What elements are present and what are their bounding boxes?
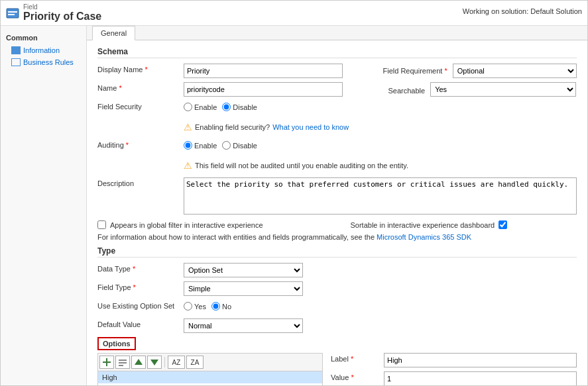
description-row: Description Select the priority so that … [97,177,577,217]
default-value-select[interactable]: Normal High Low Critical [184,318,303,333]
name-left [184,82,378,97]
svg-marker-8 [135,359,143,365]
field-security-enable-label[interactable]: Enable [184,103,217,111]
options-edit-btn[interactable] [115,356,130,369]
information-icon [11,46,21,54]
use-existing-yes-radio[interactable] [184,302,192,311]
description-textarea[interactable]: Select the priority so that preferred cu… [184,177,577,215]
auditing-radio-group: Enable Disable [184,139,577,150]
appears-in-global-text: Appears in global filter in interactive … [110,221,263,229]
sdk-link[interactable]: Microsoft Dynamics 365 SDK [377,233,471,241]
sortable-checkbox[interactable] [499,220,507,229]
global-filter-row: Appears in global filter in interactive … [97,220,577,229]
auditing-row: Auditing Enable Disable [97,139,577,154]
searchable-right: Searchable Yes [383,82,577,97]
options-section: Options [97,337,577,385]
field-type-control: Simple [184,281,577,296]
searchable-select[interactable]: Yes [430,82,576,97]
display-name-left [184,64,378,78]
display-name-row: Display Name Field Requirement Optional [97,64,577,78]
field-svg [6,7,19,20]
global-left: Appears in global filter in interactive … [97,220,324,229]
sidebar-information-label: Information [23,46,60,54]
use-existing-no-label[interactable]: No [211,302,231,311]
default-value-row: Default Value Normal High Low Critical [97,318,577,333]
field-security-enable-text: Enable [194,103,217,111]
use-existing-control: Yes No [184,300,577,311]
field-security-link[interactable]: What you need to know [272,123,349,131]
header-titles: Field Priority of Case [23,3,101,23]
bottom-info-text: For information about how to interact wi… [97,233,375,241]
field-security-info-msg: ⚠ Enabling field security? What you need… [184,122,577,132]
auditing-control: Enable Disable [184,139,577,150]
data-type-label: Data Type [97,263,184,273]
field-requirement-right: Field Requirement Optional [383,64,577,78]
sidebar-business-rules-label: Business Rules [23,58,74,66]
field-security-disable-text: Disable [233,103,257,111]
field-security-disable-radio[interactable] [222,103,231,111]
field-type-select[interactable]: Simple [184,281,303,296]
display-name-input[interactable] [184,64,343,78]
options-panel: AZ ZA High Normal Low Critical [97,353,323,385]
field-icon [6,7,19,20]
tab-strip: General [87,26,587,40]
options-header: Options [97,337,136,350]
svg-rect-6 [119,362,127,363]
use-existing-row: Use Existing Option Set Yes No [97,300,577,314]
global-right: Sortable in interactive experience dashb… [324,220,577,229]
auditing-disable-label[interactable]: Disable [222,141,257,150]
use-existing-yes-text: Yes [194,303,206,311]
detail-label-input[interactable] [384,353,577,367]
field-security-disable-label[interactable]: Disable [222,103,257,111]
auditing-enable-label[interactable]: Enable [184,141,217,150]
auditing-warn-icon: ⚠ [184,160,192,171]
field-security-radio-group: Enable Disable [184,101,577,111]
use-existing-yes-label[interactable]: Yes [184,302,206,311]
sidebar-item-information[interactable]: Information [1,44,86,56]
appears-in-global-checkbox[interactable] [97,220,106,229]
options-up-btn[interactable] [131,356,146,369]
detail-label-label: Label [331,353,384,363]
edit-icon [118,358,127,367]
field-security-info-spacer [97,119,184,121]
data-type-select[interactable]: Option Set [184,263,303,277]
auditing-info-msg: ⚠ This field will not be audited until y… [184,160,577,171]
svg-rect-1 [8,11,17,13]
sidebar-item-business-rules[interactable]: Business Rules [1,56,86,68]
option-item-normal[interactable]: Normal [98,383,322,385]
detail-value-input[interactable] [384,371,577,385]
name-input[interactable] [184,82,343,97]
options-add-btn[interactable] [99,356,114,369]
schema-section-header: Schema [97,47,577,58]
field-security-enable-radio[interactable] [184,103,192,111]
svg-rect-5 [119,360,127,361]
options-sort-za-btn[interactable]: ZA [186,356,204,369]
searchable-label: Searchable [388,85,426,95]
auditing-spacer [97,158,184,160]
options-layout: AZ ZA High Normal Low Critical [97,353,577,385]
use-existing-no-radio[interactable] [211,302,220,311]
auditing-info-text: This field will not be audited until you… [195,162,408,169]
name-label: Name [97,82,184,92]
auditing-disable-radio[interactable] [222,141,231,150]
header: Field Priority of Case Working on soluti… [1,1,587,26]
auditing-enable-radio[interactable] [184,141,192,150]
field-requirement-select[interactable]: Optional [453,64,577,78]
auditing-disable-text: Disable [233,142,257,150]
arrow-up-icon [134,358,143,367]
tab-general[interactable]: General [92,26,135,40]
options-sort-az-btn[interactable]: AZ [168,356,185,369]
auditing-info-control: ⚠ This field will not be audited until y… [184,158,577,173]
field-type-row: Field Type Simple [97,281,577,296]
field-security-row: Field Security Enable Disable [97,101,577,115]
header-title: Priority of Case [23,11,101,23]
options-down-btn[interactable] [147,356,162,369]
svg-marker-9 [150,360,158,365]
header-left: Field Priority of Case [6,3,101,23]
business-rules-icon [11,58,21,66]
sidebar: Common Information Business Rules [1,26,87,385]
field-security-info-text: Enabling field security? [195,123,270,131]
detail-value-row: Value [331,371,577,385]
arrow-down-icon [150,358,159,367]
option-item-high[interactable]: High [98,371,322,383]
